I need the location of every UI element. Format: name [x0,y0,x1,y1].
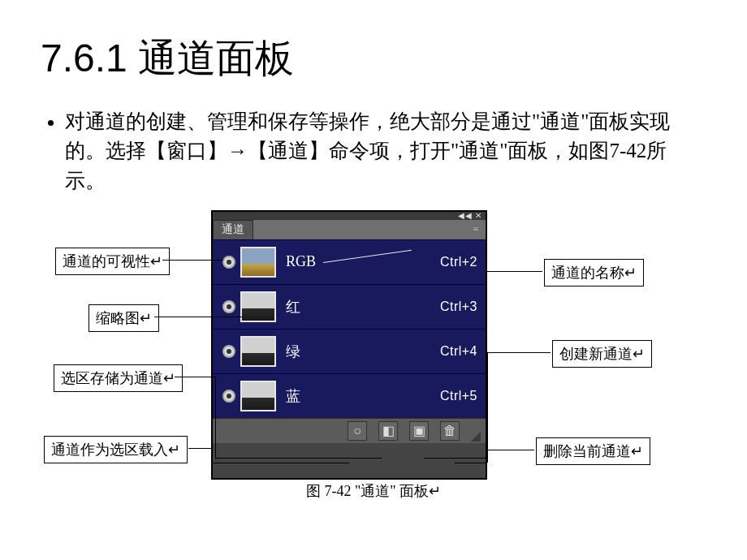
callout-visibility: 通道的可视性↵ [55,248,170,275]
delete-channel-button[interactable]: 🗑 [440,421,460,441]
tab-channels[interactable]: 通道 [213,220,253,239]
channel-shortcut: Ctrl+5 [440,389,477,403]
channel-name-label: 绿 [286,342,440,361]
figure-caption: 图 7-42 "通道" 面板↵ [49,481,698,501]
eye-icon[interactable] [222,390,235,403]
eye-icon[interactable] [222,300,235,313]
channel-thumbnail[interactable] [240,381,276,411]
channel-shortcut: Ctrl+3 [440,299,477,314]
callout-delete-current: 删除当前通道↵ [536,437,650,465]
section-heading: 7.6.1 通道面板 [41,32,706,84]
channel-list: RGB Ctrl+2 红 Ctrl+3 绿 Ctrl+4 [213,239,486,418]
channel-shortcut: Ctrl+4 [440,344,477,359]
eye-icon[interactable] [222,256,235,269]
callout-channel-name: 通道的名称↵ [544,259,644,286]
load-selection-button[interactable]: ○ [348,421,367,441]
channel-row-rgb[interactable]: RGB Ctrl+2 [213,239,486,284]
callout-save-selection: 选区存储为通道↵ [54,364,183,392]
panel-menu-icon[interactable]: ≡ [466,220,486,239]
channel-shortcut: Ctrl+2 [440,255,477,269]
new-channel-button[interactable]: ▣ [409,421,429,441]
panel-footer: ○ ◧ ▣ 🗑 [213,418,486,443]
save-selection-button[interactable]: ◧ [378,421,398,441]
body-paragraph: 对通道的创建、管理和保存等操作，绝大部分是通过"通道"面板实现的。选择【窗口】→… [65,107,682,196]
callout-load-as-selection: 通道作为选区载入↵ [44,436,188,463]
channels-panel: ◀◀ ✕ 通道 ≡ RGB Ctrl+2 红 Ct [211,210,487,480]
channel-row-green[interactable]: 绿 Ctrl+4 [213,329,486,373]
callout-thumbnail: 缩略图↵ [89,304,159,332]
channel-thumbnail[interactable] [240,291,276,322]
collapse-close-icons[interactable]: ◀◀ ✕ [458,211,483,220]
resize-grip[interactable] [471,432,481,442]
channel-name-label: 蓝 [286,386,440,406]
callout-create-new: 创建新通道↵ [552,340,652,368]
panel-header: 通道 ≡ [213,220,486,239]
channel-name-label: 红 [286,297,440,317]
channel-thumbnail[interactable] [240,247,276,278]
figure: ◀◀ ✕ 通道 ≡ RGB Ctrl+2 红 Ct [49,210,698,510]
channel-thumbnail[interactable] [240,336,276,367]
channel-row-red[interactable]: 红 Ctrl+3 [213,284,486,329]
eye-icon[interactable] [222,345,235,358]
channel-row-blue[interactable]: 蓝 Ctrl+5 [213,373,486,418]
panel-drag-bar[interactable]: ◀◀ ✕ [213,212,486,220]
